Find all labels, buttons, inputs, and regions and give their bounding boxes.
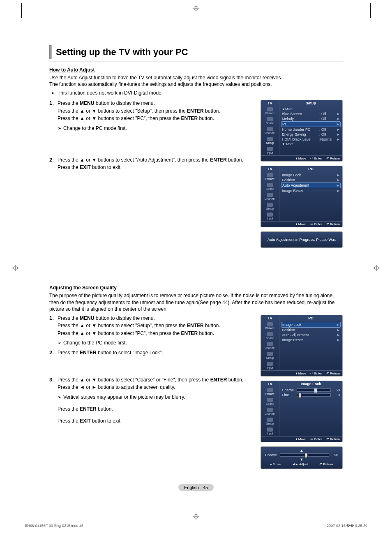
osd-body: PictureSoundChannelSetupInputImage Lock►… — [261, 172, 342, 221]
step-line: Press the ▲ or ▼ buttons to select "PC",… — [58, 330, 255, 337]
return-hint: ↶ Return — [319, 462, 333, 466]
osd-side-item: Input — [261, 211, 279, 221]
step-body: Press the ▲ or ▼ buttons to select "Auto… — [58, 157, 255, 172]
step-body: Press the ENTER button to select "Image … — [58, 349, 255, 357]
crop-mark — [370, 3, 371, 18]
note-icon: ➢ — [51, 90, 55, 96]
sub-note: ➢Change to the PC mode first. — [58, 340, 255, 347]
osd-side-label: Channel — [265, 132, 275, 134]
osd-side-item: Channel — [261, 407, 279, 416]
osd-popup: Auto Adjustment in Progress. Please Wait — [261, 231, 343, 248]
page-title: Setting up the TV with your PC — [56, 45, 188, 59]
osd-main: Image Lock►Position►Auto Adjustment►Imag… — [279, 321, 342, 370]
osd-side-item: Sound — [261, 182, 279, 192]
osd-row-value: : Off — [319, 112, 337, 116]
step: 2.Press the ENTER button to select "Imag… — [49, 349, 255, 357]
two-col: 1.Press the MENU button to display the m… — [49, 315, 343, 473]
chevron-right-icon: ► — [337, 178, 340, 182]
page: Setting up the TV with your PC How to Au… — [0, 0, 392, 536]
chevron-right-icon: ► — [337, 333, 340, 337]
osd-row: Auto Adjustment► — [281, 183, 341, 188]
step-body: Press the MENU button to display the men… — [58, 315, 255, 347]
osd-coarse-adjust: ▲Coarse50▼♦ Move◄► Adjust↶ Return — [261, 446, 343, 469]
menu-icon — [267, 193, 273, 197]
osd-side-item: Setup — [261, 136, 279, 146]
osd-row: ▲More — [281, 107, 341, 111]
osd-side-label: Channel — [265, 412, 275, 415]
crop-mark — [21, 3, 22, 18]
osd-tab: TV — [261, 381, 279, 387]
section2-steps: 1.Press the MENU button to display the m… — [49, 315, 255, 425]
enter-hint: ⏎ Enter — [310, 437, 322, 441]
chevron-right-icon: ► — [336, 183, 339, 187]
osd-side-item: Channel — [261, 341, 279, 351]
title-bar: Setting up the TV with your PC — [49, 45, 343, 59]
osd-row-label: Auto Adjustment — [282, 333, 319, 337]
left-col: 1.Press the MENU button to display the m… — [49, 315, 255, 473]
osd-row: Image Lock► — [281, 173, 341, 178]
osd-main: Coarse50Fine0 — [279, 387, 342, 436]
menu-icon — [267, 173, 273, 177]
step-line: Press the ▲ or ▼ buttons to select "Auto… — [58, 157, 255, 164]
osd-side-label: Picture — [265, 112, 274, 115]
doc-footer: BN68-01156F-00-Eng-0215.indd 45 2007-02-… — [25, 524, 367, 528]
menu-icon — [267, 332, 273, 336]
step-line: Press the EXIT button to exit. — [58, 164, 255, 171]
chevron-right-icon: ► — [337, 328, 340, 332]
step-line: Press the EXIT button to exit. — [58, 418, 255, 425]
osd-setup: TVSetupPictureSoundChannelSetupInput▲Mor… — [261, 100, 343, 162]
osd-side-item: Setup — [261, 416, 279, 426]
osd-side-label: Picture — [265, 327, 274, 330]
osd-row: PC► — [281, 121, 341, 127]
section1-steps: 1.Press the MENU button to display the m… — [49, 100, 255, 171]
osd-sidebar: PictureSoundChannelSetupInput — [261, 106, 279, 155]
return-hint: ↶ Return — [326, 222, 340, 226]
osd-side-label: Setup — [266, 207, 274, 210]
return-hint: ↶ Return — [326, 157, 340, 160]
osd-side-label: Setup — [266, 422, 274, 425]
sub-note-text: Change to the PC mode first. — [63, 125, 127, 132]
osd-footer: ♦ Move⏎ Enter↶ Return — [261, 155, 342, 161]
osd-row-label: Auto Adjustment — [282, 183, 319, 187]
menu-icon — [267, 408, 273, 412]
osd-row: Home theater PC: Off► — [281, 127, 341, 132]
osd-sidebar: PictureSoundChannelSetupInput — [261, 321, 279, 370]
osd-tab: TV — [261, 166, 279, 172]
chevron-right-icon: ► — [337, 112, 340, 116]
menu-icon — [267, 362, 273, 366]
menu-icon — [267, 418, 273, 422]
osd-row-label: ▼ More — [282, 142, 319, 146]
up-arrow-icon: ▲ — [264, 448, 339, 453]
move-hint: ♦ Move — [296, 157, 307, 160]
menu-icon — [267, 127, 273, 131]
osd-side-item: Sound — [261, 116, 279, 126]
chevron-right-icon: ► — [336, 323, 339, 327]
menu-icon — [267, 203, 273, 207]
osd-row-label: Image Lock — [282, 323, 319, 327]
osd-side-label: Setup — [266, 141, 274, 144]
registration-mark-icon — [12, 265, 19, 271]
slider-value: 50 — [332, 388, 340, 392]
osd-side-label: Picture — [265, 393, 274, 395]
osd-side-item: Channel — [261, 192, 279, 201]
step-line: Press the ENTER button. — [58, 406, 255, 413]
osd-body: PictureSoundChannelSetupInput▲MoreBlue S… — [261, 106, 342, 155]
osd-row: ▼ More — [281, 142, 341, 146]
osd-sidebar: PictureSoundChannelSetupInput — [261, 387, 279, 436]
menu-icon — [267, 427, 273, 432]
step-line: Press the ◄ or ► buttons to adjust the s… — [58, 384, 255, 391]
slider-label: Coarse — [265, 453, 278, 457]
step-body: Press the MENU button to display the men… — [58, 100, 255, 132]
chevron-right-icon: ► — [337, 189, 340, 193]
osd-sidebar: PictureSoundChannelSetupInput — [261, 172, 279, 221]
doc-foot-right: 2007-02-15 �� 9:25:29 — [327, 524, 367, 528]
return-hint: ↶ Return — [326, 372, 340, 375]
step-number: 2. — [49, 349, 58, 357]
enter-hint: ⏎ Enter — [310, 372, 322, 375]
slider-thumb — [298, 393, 302, 398]
section2-intro: The purpose of the picture quality adjus… — [49, 292, 343, 312]
intro-line: Use the Auto Adjust function to have the… — [49, 75, 282, 81]
menu-icon — [267, 352, 273, 356]
down-arrow-icon: ▼ — [264, 457, 339, 462]
osd-side-item: Input — [261, 360, 279, 370]
